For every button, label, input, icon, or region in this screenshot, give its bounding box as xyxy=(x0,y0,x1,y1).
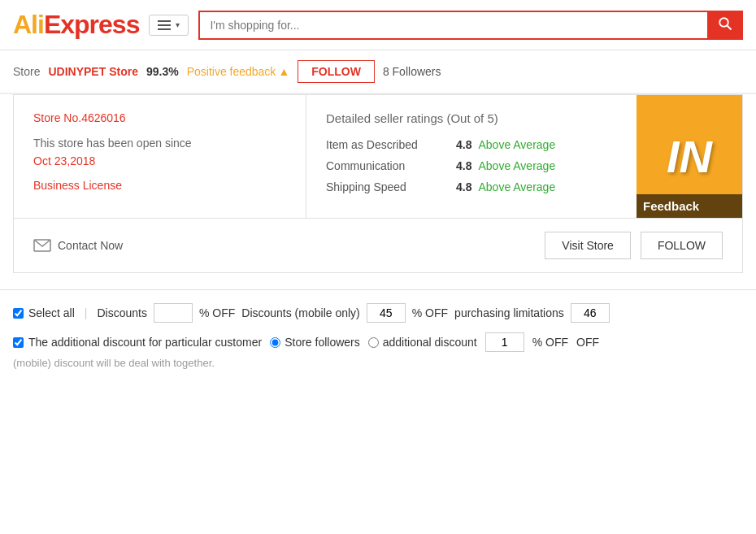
positive-feedback-link[interactable]: Positive feedback ▲ xyxy=(187,65,290,78)
store-number: Store No.4626016 xyxy=(33,111,286,124)
search-button[interactable] xyxy=(707,11,743,40)
search-input[interactable] xyxy=(198,11,707,40)
mobile-only-label: Discounts (mobile only) xyxy=(241,306,360,319)
additional-off-label: % OFF xyxy=(532,336,568,349)
additional-off2-label: OFF xyxy=(576,336,599,349)
contact-btn-label: Contact Now xyxy=(58,239,123,252)
store-basic-info: Store No.4626016 This store has been ope… xyxy=(14,95,306,218)
rating-label-item: Item as Described xyxy=(326,138,456,151)
mobile-discount-input[interactable] xyxy=(367,303,406,323)
select-all-checkbox[interactable] xyxy=(13,308,24,319)
feedback-label: Positive feedback xyxy=(187,65,276,78)
discount-section: Select all | Discounts % OFF Discounts (… xyxy=(0,289,756,382)
hamburger-icon xyxy=(158,20,171,30)
store-since-date: Oct 23,2018 xyxy=(33,154,95,167)
additional-discount-radio-label: additional discount xyxy=(383,336,477,349)
follow-button-action[interactable]: FOLLOW xyxy=(641,232,723,259)
menu-button[interactable]: ▾ xyxy=(149,15,189,36)
store-nav: Store UDINYPET Store 99.3% Positive feed… xyxy=(0,50,756,94)
svg-point-0 xyxy=(719,18,728,27)
svg-line-1 xyxy=(727,25,731,29)
rating-value-comm: 4.8 xyxy=(456,159,471,172)
store-followers-label: Store followers xyxy=(285,336,360,349)
additional-discount-radio[interactable] xyxy=(368,337,379,348)
discount-note: (mobile) discount will be deal with toge… xyxy=(13,357,743,369)
discounts-label: Discounts xyxy=(97,306,146,319)
search-icon xyxy=(718,16,732,31)
store-since-text: This store has been open since xyxy=(33,137,192,150)
action-right-buttons: Visit Store FOLLOW xyxy=(545,232,723,259)
follow-button-nav[interactable]: FOLLOW xyxy=(298,60,375,83)
additional-discount-checkbox-item: The additional discount for particular c… xyxy=(13,336,262,349)
separator: | xyxy=(85,306,88,319)
feedback-overlay: Feedback xyxy=(637,194,742,218)
logo-text: Ali xyxy=(13,10,44,39)
select-all-checkbox-item: Select all xyxy=(13,306,75,319)
store-label: Store xyxy=(13,65,40,78)
followers-count: 8 Followers xyxy=(383,65,441,78)
rating-label-comm: Communication xyxy=(326,159,456,172)
additional-discount-value-input[interactable] xyxy=(485,332,524,352)
rating-status-item: Above Average xyxy=(478,138,555,151)
banner-letters: IN xyxy=(667,130,712,183)
discount-row-2: The additional discount for particular c… xyxy=(13,332,743,352)
rating-status-comm: Above Average xyxy=(478,159,555,172)
store-followers-radio[interactable] xyxy=(270,337,280,348)
banner-area: IN Feedback xyxy=(637,95,742,218)
additional-discount-radio-item: additional discount xyxy=(368,336,477,349)
menu-chevron-icon: ▾ xyxy=(176,20,180,29)
select-all-label: Select all xyxy=(28,306,75,319)
mobile-off-label: % OFF xyxy=(412,306,448,319)
business-license-link[interactable]: Business License xyxy=(33,179,286,192)
header: AliExpress ▾ xyxy=(0,0,756,50)
rating-value-shipping: 4.8 xyxy=(456,180,471,193)
rating-status-shipping: Above Average xyxy=(478,180,555,193)
aliexpress-logo: AliExpress xyxy=(13,10,139,40)
visit-store-button[interactable]: Visit Store xyxy=(545,232,631,259)
feedback-arrow-icon: ▲ xyxy=(278,65,289,78)
discount-row-1: Select all | Discounts % OFF Discounts (… xyxy=(13,303,743,323)
ratings-subtitle-paren: (Out of 5) xyxy=(446,111,497,125)
ratings-title-text: Detailed seller ratings xyxy=(326,111,443,125)
envelope-icon xyxy=(33,239,51,252)
purchasing-limitations-input[interactable] xyxy=(571,303,610,323)
discounts-input[interactable] xyxy=(154,303,193,323)
contact-now-button[interactable]: Contact Now xyxy=(33,239,123,252)
feedback-percentage: 99.3% xyxy=(146,65,179,78)
store-info-panel: Store No.4626016 This store has been ope… xyxy=(13,94,743,219)
purchasing-limitations-label: purchasing limitations xyxy=(454,306,564,319)
store-name-link[interactable]: UDINYPET Store xyxy=(48,65,137,78)
store-since: This store has been open since Oct 23,20… xyxy=(33,134,286,171)
additional-discount-label: The additional discount for particular c… xyxy=(28,336,262,349)
discounts-off-label: % OFF xyxy=(199,306,235,319)
rating-label-shipping: Shipping Speed xyxy=(326,180,456,193)
rating-value-item: 4.8 xyxy=(456,138,471,151)
action-row: Contact Now Visit Store FOLLOW xyxy=(13,219,743,273)
search-bar xyxy=(198,11,743,40)
additional-discount-checkbox[interactable] xyxy=(13,337,24,348)
store-followers-radio-item: Store followers xyxy=(270,336,360,349)
